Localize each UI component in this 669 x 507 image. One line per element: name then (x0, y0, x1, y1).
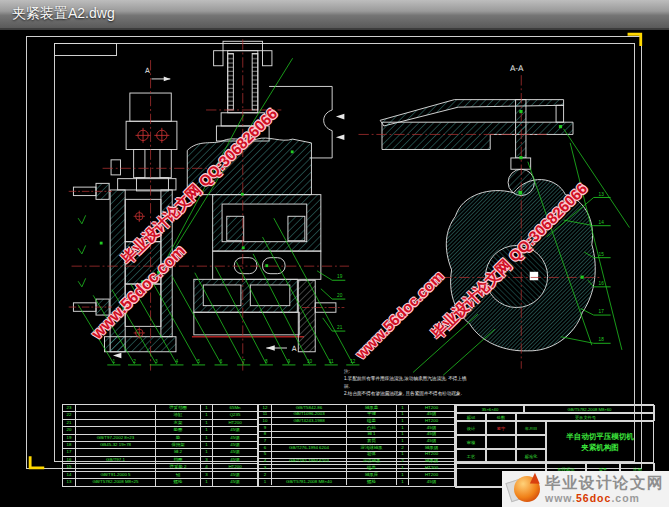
bom-cell-material: 45钢 (213, 435, 257, 441)
bom-cell-code (76, 405, 156, 411)
bom-cell-material: HT200 (409, 405, 454, 411)
bom-cell-code: GB/T97-2002 8×23 (76, 435, 156, 441)
bom-cell-material: 45钢 (409, 438, 454, 444)
notes-title: 注: (344, 368, 472, 375)
bom-cell-material: Q235 (213, 412, 257, 418)
bom-cell-material: 45钢 (213, 479, 257, 486)
table-row: 21 支架 1 HT200 (63, 420, 257, 427)
bom-cell-name: 弹簧挡圈 (156, 405, 201, 411)
bom-cell-material: 轴承钢 (409, 445, 454, 451)
svg-text:8: 8 (265, 359, 268, 364)
svg-text:4: 4 (176, 359, 179, 364)
section-arrow-bottom-label: A (292, 344, 297, 353)
tb-product-name: 半自动切平压模切机 (566, 431, 634, 442)
svg-text:10: 10 (307, 359, 313, 364)
tb-label: 更改文件号 (516, 413, 655, 421)
tb-spec-cell: 35×6×40 (456, 405, 524, 413)
bom-cell-no: 7 (259, 438, 272, 444)
bom-cell-code (272, 465, 347, 471)
svg-text:14: 14 (599, 220, 605, 225)
bom-cell-no: 23 (63, 405, 76, 411)
left-bolts (69, 183, 112, 315)
bom-cell-qty: 1 (201, 420, 213, 426)
parts-table-right: 12 GB/T5842-86 轴承盖 1 HT200 11 GB/T1096-2… (258, 404, 455, 487)
bom-cell-qty: 1 (201, 435, 213, 441)
window-titlebar[interactable]: 夹紧装置A2.dwg (0, 0, 669, 30)
bom-cell-qty: 2 (397, 459, 409, 465)
bom-cell-name: 平键 (347, 412, 397, 418)
bom-cell-material: 45钢 (213, 449, 257, 455)
technical-notes: 注: 1.装配前所有零件用煤油清洗,滚动轴承用汽油清洗, 不得上锈斑. 2.结合… (344, 368, 472, 397)
svg-text:19: 19 (337, 274, 343, 279)
note-item: 2.结合面不得有渗油漏油现象, 且各紧固件不得有松动现象. (344, 390, 472, 397)
bom-cell-code (76, 412, 156, 418)
bom-cell-name: 滚动轴承 (347, 459, 397, 465)
svg-text:7: 7 (242, 359, 245, 364)
bom-cell-material: 45钢 (213, 427, 257, 433)
bom-cell-code (272, 452, 347, 458)
site-logo-name: 毕业设计论文网 (545, 475, 664, 491)
bom-cell-qty: 1 (201, 442, 213, 448)
svg-text:15: 15 (599, 252, 605, 257)
bom-cell-no: 14 (63, 472, 76, 478)
bom-cell-name: 支架 (156, 420, 201, 426)
bom-cell-no: 12 (259, 405, 272, 411)
svg-text:6: 6 (220, 359, 223, 364)
bom-cell-no: 20 (63, 427, 76, 433)
bom-cell-code: GB/T5842-86 (272, 405, 347, 411)
bom-cell-no: 11 (259, 412, 272, 418)
table-row: 19 GB/T97-2002 8×23 垫 1 45钢 (63, 435, 257, 442)
svg-text:17: 17 (599, 309, 605, 314)
bom-cell-name: 垫圈 (156, 427, 201, 433)
bom-cell-code (272, 425, 347, 431)
svg-text:1: 1 (113, 359, 116, 364)
url-domain: 56doc (576, 492, 611, 504)
table-row: 20 垫圈 1 45钢 (63, 427, 257, 434)
bom-cell-code (76, 427, 156, 433)
bom-cell-no: 9 (259, 425, 272, 431)
bom-cell-code: GB/T91-2000 5 (76, 472, 156, 478)
bom-cell-code (272, 438, 347, 444)
bom-cell-code: GB/T97.1 (76, 457, 156, 463)
hole-targets (136, 128, 170, 143)
bom-cell-material: 45钢 (213, 457, 257, 463)
svg-text:18: 18 (599, 337, 605, 342)
section-view-label: A-A (510, 64, 524, 73)
bom-cell-qty: 1 (201, 449, 213, 455)
bom-cell-qty: 1 (397, 405, 409, 411)
bom-cell-qty: 1 (397, 452, 409, 458)
bom-cell-name: 挡圈 (156, 457, 201, 463)
drawing-canvas[interactable]: A A A-A 12 34 56 78 910 1112 1314 1516 1… (0, 30, 669, 507)
bom-cell-no: 5 (259, 452, 272, 458)
bom-cell-no: 8 (259, 432, 272, 438)
bom-cell-no: 13 (63, 479, 76, 486)
bom-cell-qty: 1 (397, 465, 409, 471)
svg-text:11: 11 (329, 359, 334, 364)
bom-cell-name: 螺栓 (156, 479, 201, 486)
table-row: 6 GB/T276-1994 6204 深沟球轴承 2 轴承钢 (259, 445, 454, 452)
cad-window: 夹紧装置A2.dwg (0, 0, 669, 507)
bom-cell-name: 螺栓 (347, 479, 397, 486)
bom-cell-name: 轴承盖 (347, 405, 397, 411)
bom-cell-code: GB/T292-1994 6203 (272, 459, 347, 465)
table-row: 13 GB/T5782-2008 M8×25 螺栓 1 45钢 (63, 479, 257, 486)
bom-cell-no: 2 (259, 472, 272, 478)
note-item: 1.装配前所有零件用煤油清洗,滚动轴承用汽油清洗, 不得上锈斑. (344, 375, 472, 390)
table-row: 3 端盖 1 HT200 (259, 465, 454, 472)
bom-cell-material: 45钢 (409, 432, 454, 438)
bom-cell-qty: 4 (201, 464, 213, 470)
bom-cell-no: 4 (259, 459, 272, 465)
bom-cell-no: 16 (63, 457, 76, 463)
bom-cell-name: 端盖 (347, 418, 397, 424)
bom-cell-name: 弹簧垫 2 (156, 464, 201, 470)
bom-cell-name: 箱体 (347, 452, 397, 458)
window-title: 夹紧装置A2.dwg (12, 5, 115, 23)
table-row: 22 油缸 1 Q235 (63, 412, 257, 419)
tb-label: 工艺 (456, 449, 486, 463)
tb-drawing-name: 夹紧机构图 (581, 442, 619, 453)
site-logo-url: www.56doc.com (545, 493, 664, 504)
bom-cell-no: 10 (259, 418, 272, 424)
bom-cell-code (76, 464, 156, 470)
bom-cell-qty: 1 (397, 425, 409, 431)
tb-label: 处数 (486, 413, 516, 421)
